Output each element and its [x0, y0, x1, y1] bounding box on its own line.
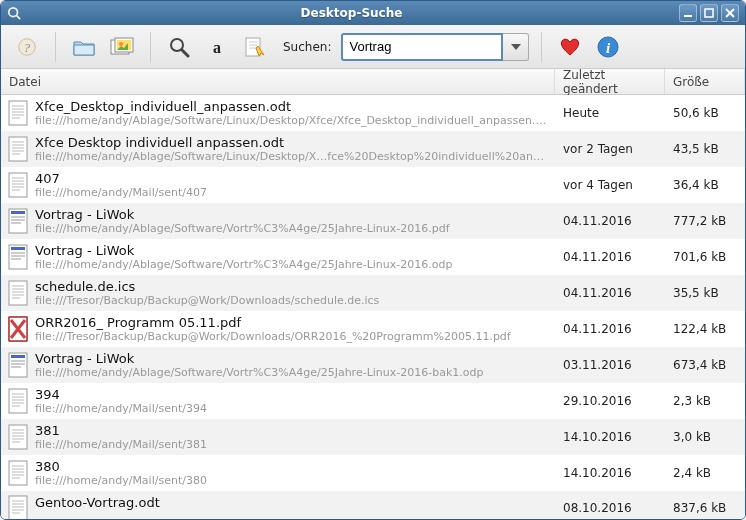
- file-size: 701,6 kB: [665, 239, 745, 275]
- bold-button[interactable]: a: [201, 31, 233, 63]
- info-button[interactable]: i: [592, 31, 624, 63]
- result-row[interactable]: Vortrag - LiWokfile:///home/andy/Ablage/…: [1, 347, 745, 383]
- svg-rect-33: [9, 173, 27, 197]
- image-button[interactable]: [106, 31, 138, 63]
- column-headers: Datei Zuletzt geändert Größe: [1, 69, 745, 95]
- search-tool-button[interactable]: [163, 31, 195, 63]
- svg-rect-74: [9, 461, 27, 485]
- file-size: 2,3 kB: [665, 383, 745, 419]
- result-row[interactable]: 380file:///home/andy/Mail/sent/38014.10.…: [1, 455, 745, 491]
- close-button[interactable]: [721, 4, 739, 22]
- file-type-icon: [1, 311, 35, 347]
- file-path: file:///home/andy/Mail/sent/407: [35, 186, 549, 199]
- file-path: file:///home/andy/Ablage/Software/Linux/…: [35, 150, 549, 163]
- result-row[interactable]: Vortrag - LiWokfile:///home/andy/Ablage/…: [1, 203, 745, 239]
- svg-rect-68: [9, 425, 27, 449]
- file-type-icon: [1, 383, 35, 419]
- results-list: Xfce_Desktop_individuell_anpassen.odtfil…: [1, 95, 745, 519]
- search-dropdown-button[interactable]: [503, 33, 529, 61]
- svg-rect-59: [11, 360, 25, 362]
- result-row[interactable]: 381file:///home/andy/Mail/sent/38114.10.…: [1, 419, 745, 455]
- app-icon: [7, 6, 21, 20]
- file-info: 380file:///home/andy/Mail/sent/380: [35, 455, 555, 491]
- file-date: Heute: [555, 95, 665, 131]
- file-path: file:///home/andy/Mail/sent/394: [35, 402, 549, 415]
- file-type-icon: [1, 239, 35, 275]
- file-info: Xfce_Desktop_individuell_anpassen.odtfil…: [35, 95, 555, 131]
- separator: [150, 32, 151, 62]
- svg-rect-47: [11, 255, 25, 257]
- file-size: 673,4 kB: [665, 347, 745, 383]
- file-info: schedule.de.icsfile:///Tresor/Backup/Bac…: [35, 275, 555, 311]
- file-name: 394: [35, 387, 549, 402]
- toolbar: ? a Suchen: i: [1, 25, 745, 69]
- file-size: 43,5 kB: [665, 131, 745, 167]
- result-row[interactable]: ORR2016_ Programm 05.11.pdffile:///Treso…: [1, 311, 745, 347]
- column-header-size[interactable]: Größe: [665, 69, 745, 94]
- column-header-date[interactable]: Zuletzt geändert: [555, 69, 665, 94]
- file-info: ORR2016_ Programm 05.11.pdffile:///Treso…: [35, 311, 555, 347]
- file-size: 122,4 kB: [665, 311, 745, 347]
- search-input[interactable]: [341, 33, 503, 61]
- help-button[interactable]: ?: [11, 31, 43, 63]
- svg-text:?: ?: [24, 40, 31, 54]
- svg-point-11: [119, 42, 123, 46]
- file-info: Gentoo-Vortrag.odt: [35, 491, 555, 519]
- file-type-icon: [1, 203, 35, 239]
- file-info: Vortrag - LiWokfile:///home/andy/Ablage/…: [35, 347, 555, 383]
- svg-line-13: [182, 50, 188, 56]
- svg-rect-3: [705, 9, 713, 17]
- file-type-icon: [1, 95, 35, 131]
- file-date: 14.10.2016: [555, 419, 665, 455]
- result-row[interactable]: Vortrag - LiWokfile:///home/andy/Ablage/…: [1, 239, 745, 275]
- svg-rect-21: [9, 101, 27, 125]
- select-button[interactable]: [239, 31, 271, 63]
- result-row[interactable]: schedule.de.icsfile:///Tresor/Backup/Bac…: [1, 275, 745, 311]
- svg-rect-49: [9, 281, 27, 305]
- svg-rect-42: [11, 219, 25, 221]
- file-path: file:///Tresor/Backup/Backup@Work/Downlo…: [35, 294, 549, 307]
- file-path: file:///home/andy/Mail/sent/381: [35, 438, 549, 451]
- file-size: 3,0 kB: [665, 419, 745, 455]
- file-date: vor 4 Tagen: [555, 167, 665, 203]
- file-name: Gentoo-Vortrag.odt: [35, 495, 549, 510]
- favorite-button[interactable]: [554, 31, 586, 63]
- svg-rect-62: [9, 389, 27, 413]
- svg-line-1: [17, 16, 21, 20]
- file-name: 407: [35, 171, 549, 186]
- file-info: Vortrag - LiWokfile:///home/andy/Ablage/…: [35, 203, 555, 239]
- svg-rect-58: [11, 355, 25, 358]
- svg-rect-41: [11, 216, 25, 218]
- svg-point-0: [9, 8, 18, 17]
- file-name: Xfce Desktop individuell anpassen.odt: [35, 135, 549, 150]
- column-header-file[interactable]: Datei: [1, 69, 555, 94]
- file-path: file:///home/andy/Ablage/Software/Linux/…: [35, 114, 549, 127]
- file-name: Vortrag - LiWok: [35, 243, 549, 258]
- result-row[interactable]: Xfce Desktop individuell anpassen.odtfil…: [1, 131, 745, 167]
- result-row[interactable]: Xfce_Desktop_individuell_anpassen.odtfil…: [1, 95, 745, 131]
- search-wrap: [341, 33, 529, 61]
- file-size: 777,2 kB: [665, 203, 745, 239]
- result-row[interactable]: 394file:///home/andy/Mail/sent/39429.10.…: [1, 383, 745, 419]
- maximize-button[interactable]: [700, 4, 718, 22]
- file-path: file:///home/andy/Ablage/Software/Vortr%…: [35, 366, 549, 379]
- separator: [55, 32, 56, 62]
- file-name: schedule.de.ics: [35, 279, 549, 294]
- file-info: Vortrag - LiWokfile:///home/andy/Ablage/…: [35, 239, 555, 275]
- file-date: 04.11.2016: [555, 203, 665, 239]
- app-window: Desktop-Suche ? a Suchen:: [0, 0, 746, 520]
- result-row[interactable]: Gentoo-Vortrag.odt08.10.2016837,6 kB: [1, 491, 745, 519]
- file-date: 04.11.2016: [555, 311, 665, 347]
- svg-rect-60: [11, 363, 25, 365]
- svg-rect-40: [11, 211, 25, 214]
- result-row[interactable]: 407file:///home/andy/Mail/sent/407vor 4 …: [1, 167, 745, 203]
- file-path: file:///home/andy/Ablage/Software/Vortr%…: [35, 222, 549, 235]
- file-name: ORR2016_ Programm 05.11.pdf: [35, 315, 549, 330]
- file-type-icon: [1, 131, 35, 167]
- file-type-icon: [1, 455, 35, 491]
- file-size: 837,6 kB: [665, 491, 745, 519]
- file-date: 03.11.2016: [555, 347, 665, 383]
- file-type-icon: [1, 167, 35, 203]
- folder-button[interactable]: [68, 31, 100, 63]
- minimize-button[interactable]: [679, 4, 697, 22]
